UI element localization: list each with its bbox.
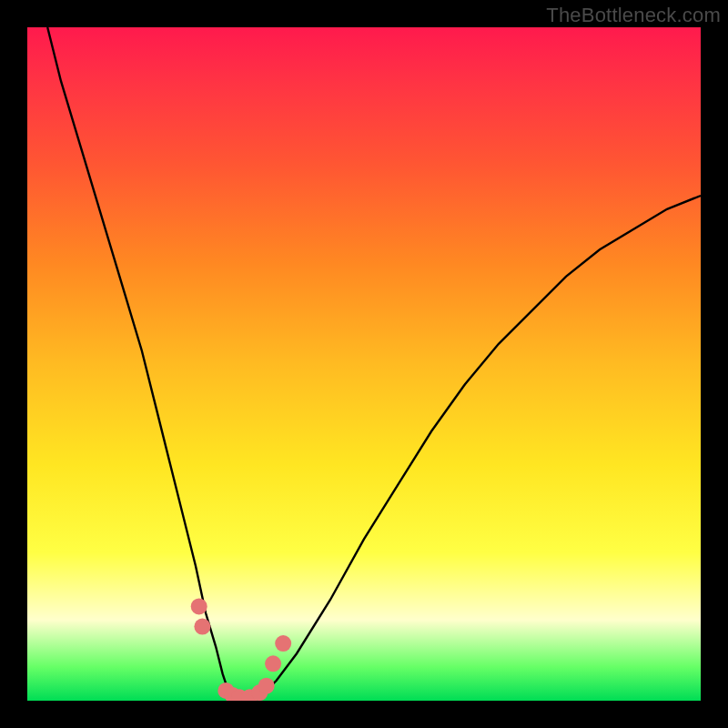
plot-area xyxy=(27,27,701,701)
curve-marker xyxy=(275,635,291,652)
bottleneck-curve xyxy=(47,27,701,701)
curve-marker xyxy=(258,678,275,694)
curve-marker xyxy=(191,598,207,614)
chart-frame: TheBottleneck.com xyxy=(0,0,728,728)
curve-marker xyxy=(194,619,210,635)
curve-marker xyxy=(265,655,281,672)
bottleneck-curve-svg xyxy=(27,27,701,701)
attribution-text: TheBottleneck.com xyxy=(546,4,721,27)
